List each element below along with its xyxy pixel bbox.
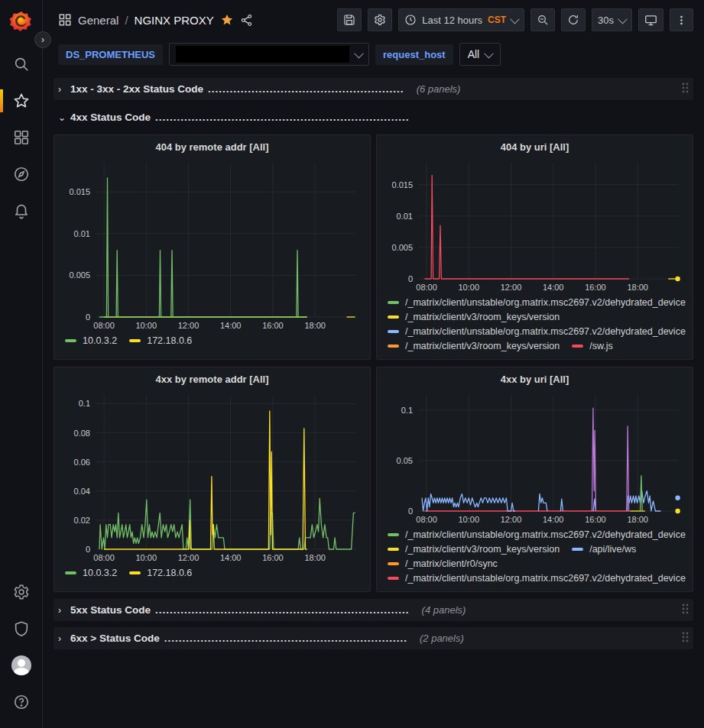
svg-text:16:00: 16:00 (585, 515, 606, 524)
more-options-button[interactable] (670, 8, 693, 31)
legend-item[interactable]: /_matrix/client/v3/room_keys/version (388, 312, 560, 322)
row-4xx[interactable]: ⌄ 4xx Status Code ......................… (54, 106, 693, 128)
panel-404-by-remote-addr: 404 by remote addr [All] 08:0010:0012:00… (54, 134, 371, 360)
header-toolbar: Last 12 hours CST 30s (337, 8, 693, 31)
svg-text:0: 0 (86, 312, 90, 322)
panel-4xx-by-uri: 4xx by uri [All] 08:0010:0012:0014:0016:… (376, 367, 693, 592)
dashboard-header: General / NGINX PROXY Last 12 hours CST (43, 0, 704, 40)
svg-text:10:00: 10:00 (136, 553, 157, 562)
chart-legend: 10.0.3.2172.18.0.6 (60, 332, 364, 354)
kiosk-mode-button[interactable] (638, 8, 663, 31)
favorite-star-icon[interactable] (220, 13, 234, 27)
alerting-bell-icon (13, 202, 30, 219)
svg-text:10:00: 10:00 (459, 515, 480, 524)
star-icon (13, 92, 30, 109)
legend-swatch (388, 577, 399, 580)
legend-swatch (388, 301, 399, 304)
timeseries-chart[interactable]: 08:0010:0012:0014:0016:0018:0000.050.1 (383, 389, 686, 526)
row-drag-handle[interactable] (681, 603, 689, 618)
request-host-value: All (468, 48, 480, 60)
chevron-right-icon: › (58, 84, 66, 95)
row-title: 6xx > Status Code (70, 633, 160, 644)
legend-item[interactable]: /_matrix/client/unstable/org.matrix.msc2… (388, 326, 686, 337)
legend-item[interactable]: /api/live/ws (572, 544, 636, 555)
dashboard-title[interactable]: NGINX PROXY (135, 14, 214, 27)
legend-label: /_matrix/client/v3/room_keys/version (405, 341, 560, 351)
share-icon[interactable] (240, 14, 253, 27)
legend-item[interactable]: 172.18.0.6 (129, 568, 192, 578)
sidebar-expand-button[interactable]: › (34, 31, 51, 48)
legend-label: /_matrix/client/v3/room_keys/version (405, 544, 560, 555)
row-panel-count: (2 panels) (420, 633, 464, 644)
legend-item[interactable]: /_matrix/client/unstable/org.matrix.msc2… (388, 573, 686, 584)
legend-item[interactable]: /_matrix/client/v3/room_keys/version (388, 544, 560, 555)
sidebar-item-server-admin[interactable] (0, 616, 43, 642)
search-icon (13, 56, 30, 73)
sidebar-item-alerting[interactable] (0, 198, 43, 224)
chevron-right-icon: › (58, 605, 66, 616)
kiosk-monitor-icon (644, 14, 657, 27)
grafana-app: › (0, 0, 704, 728)
sidebar-item-search[interactable] (0, 51, 43, 77)
time-range-picker[interactable]: Last 12 hours CST (398, 8, 524, 31)
sidebar-item-explore[interactable] (0, 161, 43, 187)
panel-title[interactable]: 4xx by remote addr [All] (60, 370, 364, 389)
svg-text:08:00: 08:00 (416, 283, 437, 292)
sidebar-item-dashboards[interactable] (0, 125, 43, 150)
timeseries-chart[interactable]: 08:0010:0012:0014:0016:0018:0000.0050.01… (383, 157, 686, 294)
refresh-button[interactable] (561, 8, 586, 31)
refresh-interval-value: 30s (598, 15, 614, 26)
sidebar-item-starred[interactable] (0, 88, 43, 114)
grafana-logo[interactable] (8, 9, 34, 35)
legend-swatch (572, 345, 583, 348)
legend-item[interactable]: /_matrix/client/unstable/org.matrix.msc2… (388, 529, 686, 540)
legend-item[interactable]: 10.0.3.2 (65, 568, 117, 578)
breadcrumb: General / NGINX PROXY (58, 13, 253, 27)
timeseries-chart[interactable]: 08:0010:0012:0014:0016:0018:0000.020.040… (60, 389, 364, 565)
chevron-down-icon (484, 48, 494, 58)
legend-label: 172.18.0.6 (147, 335, 192, 346)
dashboard-content: › 1xx - 3xx - 2xx Status Code ..........… (43, 73, 704, 728)
panel-title[interactable]: 4xx by uri [All] (383, 370, 686, 389)
timezone-label: CST (488, 15, 506, 25)
legend-item[interactable]: 10.0.3.2 (65, 335, 117, 346)
legend-label: /api/live/ws (589, 544, 636, 555)
legend-item[interactable]: /_matrix/client/unstable/org.matrix.msc2… (388, 297, 686, 308)
legend-swatch (572, 548, 583, 551)
panel-title[interactable]: 404 by uri [All] (383, 138, 686, 157)
legend-item[interactable]: /_matrix/client/v3/room_keys/version (388, 341, 560, 351)
legend-swatch (388, 533, 399, 536)
request-host-dropdown[interactable]: All (459, 43, 501, 66)
gear-icon (13, 584, 30, 600)
breadcrumb-folder[interactable]: General (78, 14, 118, 27)
timeseries-chart[interactable]: 08:0010:0012:0014:0016:0018:0000.0050.01… (60, 157, 364, 332)
variable-label-request-host[interactable]: request_host (375, 44, 453, 65)
svg-text:14:00: 14:00 (543, 283, 564, 292)
row-title-dots: ........................................… (155, 604, 410, 616)
dashboard-settings-button[interactable] (368, 8, 392, 31)
svg-text:16:00: 16:00 (262, 321, 284, 330)
row-5xx[interactable]: › 5xx Status Code ......................… (54, 599, 693, 621)
legend-swatch (65, 571, 76, 574)
save-dashboard-button[interactable] (337, 8, 362, 31)
sidebar-item-help[interactable] (0, 689, 43, 715)
datasource-dropdown[interactable] (169, 43, 369, 66)
row-1xx-3xx-2xx[interactable]: › 1xx - 3xx - 2xx Status Code ..........… (54, 78, 693, 100)
legend-label: 172.18.0.6 (147, 568, 192, 578)
row-drag-handle[interactable] (681, 631, 689, 646)
zoom-out-time-button[interactable] (530, 8, 555, 31)
variable-label-ds-prometheus[interactable]: DS_PROMETHEUS (58, 44, 163, 65)
panel-title[interactable]: 404 by remote addr [All] (60, 138, 364, 157)
refresh-interval-dropdown[interactable]: 30s (592, 8, 632, 31)
sidebar-item-configuration[interactable] (0, 579, 43, 605)
legend-item[interactable]: 172.18.0.6 (129, 335, 192, 346)
legend-item[interactable]: /_matrix/client/r0/sync (388, 558, 498, 569)
svg-text:14:00: 14:00 (220, 321, 242, 330)
legend-swatch (388, 562, 399, 565)
row-drag-handle[interactable] (681, 82, 689, 97)
svg-text:0.01: 0.01 (74, 229, 90, 238)
row-6xx[interactable]: › 6xx > Status Code ....................… (54, 627, 693, 649)
sidebar-item-profile[interactable] (0, 652, 43, 678)
svg-text:0.1: 0.1 (401, 406, 413, 415)
legend-item[interactable]: /sw.js (572, 341, 613, 351)
